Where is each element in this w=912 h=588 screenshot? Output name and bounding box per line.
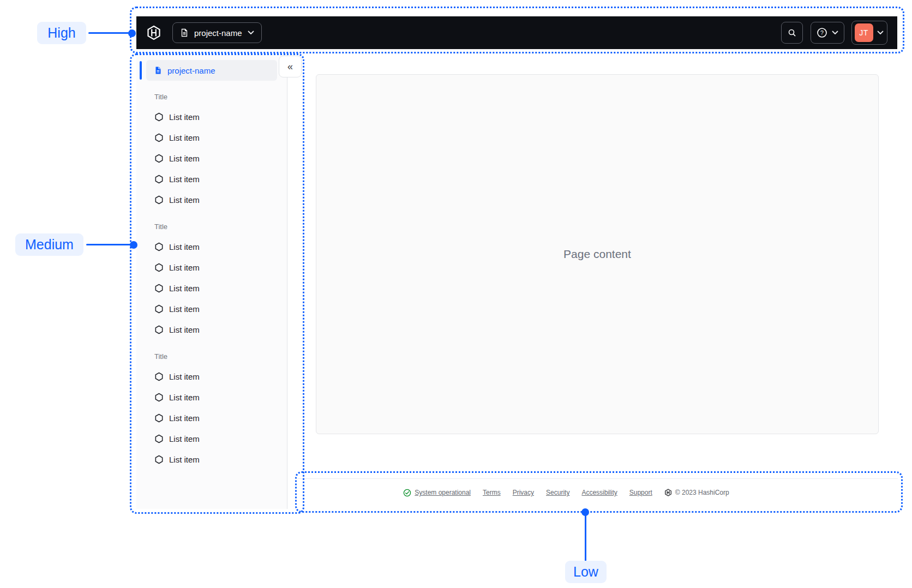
page-canvas: project-name ? — [0, 0, 912, 588]
annotation-label-high: High — [37, 22, 86, 44]
list-item-label: List item — [169, 242, 200, 251]
footer-divider — [296, 478, 898, 479]
sidebar-list-item[interactable]: List item — [154, 148, 269, 169]
list-item-label: List item — [169, 112, 200, 122]
sidebar-list-item[interactable]: List item — [154, 169, 269, 189]
footer: System operational Terms Privacy Securit… — [263, 485, 869, 500]
sidebar-list-item[interactable]: List item — [154, 407, 269, 428]
list-item-label: List item — [169, 372, 200, 381]
annotation-connector-low — [585, 512, 586, 561]
chevron-down-icon — [877, 31, 884, 35]
help-menu-button[interactable]: ? — [811, 22, 844, 44]
hashicorp-logo-small — [664, 489, 672, 496]
sidebar-list-item[interactable]: List item — [154, 387, 269, 407]
hexagon-icon — [154, 133, 164, 142]
svg-text:?: ? — [820, 29, 824, 36]
active-item-indicator — [140, 61, 142, 80]
hexagon-icon — [154, 284, 164, 293]
page-content-area: Page content — [316, 74, 879, 434]
search-button[interactable] — [781, 22, 803, 44]
top-navbar: project-name ? — [136, 16, 897, 49]
sidebar-list-item[interactable]: List item — [154, 257, 269, 278]
hexagon-icon — [154, 263, 164, 272]
list-item-label: List item — [169, 175, 200, 184]
sidebar-list-item[interactable]: List item — [154, 449, 269, 470]
chevron-down-icon — [832, 31, 838, 35]
sidebar-item-project-name[interactable]: project-name — [146, 60, 277, 81]
hexagon-icon — [154, 455, 164, 464]
footer-link-privacy[interactable]: Privacy — [513, 489, 534, 496]
project-switcher-label: project-name — [194, 28, 242, 38]
sidebar-collapse-button[interactable]: « — [279, 56, 302, 77]
sidebar-list-item[interactable]: List item — [154, 428, 269, 449]
footer-link-terms[interactable]: Terms — [483, 489, 501, 496]
document-icon — [154, 66, 163, 75]
copyright-text: © 2023 HashiCorp — [675, 489, 729, 496]
hexagon-icon — [154, 393, 164, 402]
list-item-label: List item — [169, 284, 200, 293]
project-switcher-button[interactable]: project-name — [172, 22, 262, 43]
hexagon-icon — [154, 434, 164, 443]
sidebar: project-name « Title List item List item… — [136, 55, 287, 509]
sidebar-list-item[interactable]: List item — [154, 278, 269, 298]
sidebar-list-item[interactable]: List item — [154, 189, 269, 210]
check-circle-icon — [403, 489, 411, 497]
annotation-label-medium: Medium — [15, 233, 83, 256]
sidebar-list-item[interactable]: List item — [154, 106, 269, 127]
chevron-down-icon — [248, 31, 254, 35]
footer-link-security[interactable]: Security — [546, 489, 569, 496]
sidebar-section-3: Title List item List item List item List… — [154, 352, 269, 470]
sidebar-list-item[interactable]: List item — [154, 298, 269, 319]
sidebar-section-title: Title — [154, 223, 269, 232]
question-circle-icon: ? — [817, 27, 827, 38]
system-status-link[interactable]: System operational — [403, 489, 471, 497]
sidebar-list-item[interactable]: List item — [154, 127, 269, 148]
hexagon-icon — [154, 195, 164, 205]
list-item-label: List item — [169, 304, 200, 314]
sidebar-section-2: Title List item List item List item List… — [154, 223, 269, 340]
list-item-label: List item — [169, 263, 200, 272]
hexagon-icon — [154, 112, 164, 122]
user-avatar: JT — [855, 23, 873, 42]
sidebar-list-item[interactable]: List item — [154, 366, 269, 387]
footer-link-support[interactable]: Support — [629, 489, 652, 496]
sidebar-section-title: Title — [154, 352, 269, 362]
hexagon-icon — [154, 413, 164, 423]
list-item-label: List item — [169, 393, 200, 402]
list-item-label: List item — [169, 434, 200, 443]
sidebar-list-item[interactable]: List item — [154, 319, 269, 340]
document-icon — [180, 28, 189, 37]
sidebar-item-label: project-name — [167, 66, 215, 75]
footer-link-accessibility[interactable]: Accessibility — [581, 489, 617, 496]
list-item-label: List item — [169, 195, 200, 205]
page-content-placeholder: Page content — [563, 248, 631, 261]
annotation-connector-high — [88, 32, 132, 34]
annotation-dot-low — [581, 508, 589, 516]
annotation-label-low: Low — [565, 561, 607, 583]
user-menu-button[interactable]: JT — [851, 21, 887, 45]
annotation-dot-high — [128, 29, 136, 37]
magnifier-icon — [788, 28, 796, 37]
hexagon-icon — [154, 325, 164, 334]
hexagon-icon — [154, 154, 164, 163]
hexagon-icon — [154, 242, 164, 251]
copyright: © 2023 HashiCorp — [664, 489, 729, 496]
system-status-label: System operational — [415, 489, 471, 496]
hashicorp-logo — [146, 25, 161, 40]
annotation-connector-medium — [86, 244, 134, 245]
sidebar-section-1: Title List item List item List item List… — [154, 93, 269, 210]
list-item-label: List item — [169, 455, 200, 464]
list-item-label: List item — [169, 325, 200, 334]
sidebar-list-item[interactable]: List item — [154, 236, 269, 257]
annotation-dot-medium — [130, 241, 137, 249]
list-item-label: List item — [169, 413, 200, 423]
hexagon-icon — [154, 372, 164, 381]
list-item-label: List item — [169, 154, 200, 163]
hexagon-icon — [154, 304, 164, 314]
hexagon-icon — [154, 175, 164, 184]
list-item-label: List item — [169, 133, 200, 142]
collapse-icon: « — [287, 61, 293, 73]
sidebar-section-title: Title — [154, 93, 269, 103]
